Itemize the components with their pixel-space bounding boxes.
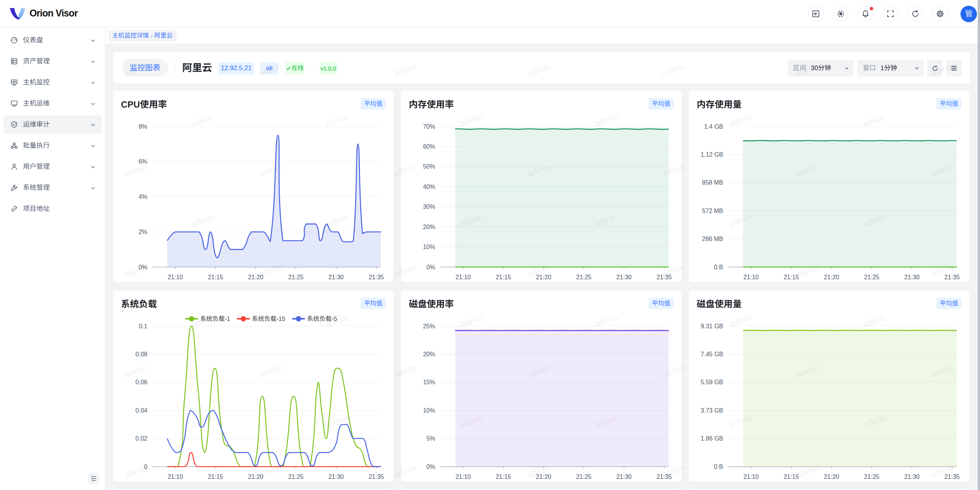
svg-text:8%: 8%: [139, 123, 147, 130]
svg-text:21:20: 21:20: [248, 474, 263, 480]
svg-text:70%: 70%: [423, 123, 435, 130]
svg-text:21:10: 21:10: [168, 474, 183, 480]
svg-text:21:35: 21:35: [369, 474, 384, 480]
svg-text:50%: 50%: [423, 163, 435, 170]
svg-text:0%: 0%: [139, 264, 147, 270]
svg-text:15%: 15%: [423, 379, 435, 385]
svg-text:286 MB: 286 MB: [702, 236, 723, 242]
svg-text:0 B: 0 B: [714, 464, 723, 470]
svg-text:6%: 6%: [139, 158, 147, 165]
svg-text:21:10: 21:10: [456, 274, 471, 280]
svg-text:21:10: 21:10: [456, 474, 471, 480]
svg-text:21:35: 21:35: [944, 274, 960, 280]
svg-text:0.1: 0.1: [139, 323, 147, 329]
svg-text:21:20: 21:20: [536, 474, 551, 480]
svg-text:25%: 25%: [423, 323, 435, 329]
svg-text:21:35: 21:35: [944, 474, 960, 480]
svg-text:21:30: 21:30: [328, 474, 344, 480]
svg-text:21:30: 21:30: [904, 474, 920, 480]
svg-text:21:25: 21:25: [576, 274, 591, 280]
svg-text:21:20: 21:20: [536, 274, 551, 280]
svg-text:1.86 GB: 1.86 GB: [701, 435, 723, 442]
svg-text:21:25: 21:25: [576, 474, 591, 480]
svg-text:0 B: 0 B: [714, 264, 723, 270]
svg-text:5%: 5%: [426, 435, 435, 442]
svg-text:21:25: 21:25: [864, 474, 879, 480]
svg-text:20%: 20%: [423, 351, 435, 357]
svg-text:60%: 60%: [423, 143, 435, 150]
svg-text:7.45 GB: 7.45 GB: [701, 351, 723, 357]
svg-text:0.08: 0.08: [136, 351, 147, 357]
svg-text:21:30: 21:30: [328, 274, 344, 280]
svg-text:3.73 GB: 3.73 GB: [701, 407, 723, 414]
svg-text:21:35: 21:35: [657, 474, 672, 480]
svg-text:21:30: 21:30: [616, 474, 632, 480]
svg-text:21:35: 21:35: [657, 274, 672, 280]
svg-text:21:15: 21:15: [496, 474, 511, 480]
svg-text:4%: 4%: [139, 193, 147, 200]
svg-text:858 MB: 858 MB: [702, 179, 723, 186]
svg-text:21:20: 21:20: [248, 274, 263, 280]
svg-text:21:10: 21:10: [743, 274, 759, 280]
svg-text:9.31 GB: 9.31 GB: [701, 323, 723, 329]
svg-text:21:30: 21:30: [616, 274, 632, 280]
svg-text:0.06: 0.06: [136, 379, 147, 385]
svg-text:0%: 0%: [426, 264, 435, 270]
svg-text:21:15: 21:15: [208, 274, 223, 280]
svg-text:20%: 20%: [423, 224, 435, 230]
svg-text:0.04: 0.04: [136, 407, 147, 414]
svg-text:21:25: 21:25: [288, 274, 304, 280]
svg-text:21:35: 21:35: [369, 274, 384, 280]
svg-text:572 MB: 572 MB: [702, 208, 723, 214]
svg-text:2%: 2%: [139, 229, 147, 235]
svg-text:40%: 40%: [423, 184, 435, 190]
svg-text:21:15: 21:15: [208, 474, 223, 480]
svg-text:21:10: 21:10: [168, 274, 183, 280]
svg-text:21:15: 21:15: [784, 474, 799, 480]
svg-text:10%: 10%: [423, 244, 435, 250]
svg-text:21:15: 21:15: [784, 274, 799, 280]
svg-text:21:15: 21:15: [496, 274, 511, 280]
svg-text:30%: 30%: [423, 203, 435, 210]
svg-text:1.12 GB: 1.12 GB: [701, 151, 723, 158]
svg-text:21:25: 21:25: [864, 274, 879, 280]
svg-text:21:25: 21:25: [288, 474, 304, 480]
svg-text:5.59 GB: 5.59 GB: [701, 379, 723, 385]
svg-text:21:20: 21:20: [824, 274, 839, 280]
svg-text:10%: 10%: [423, 407, 435, 414]
svg-text:21:30: 21:30: [904, 274, 920, 280]
svg-text:21:20: 21:20: [824, 474, 839, 480]
svg-text:0.02: 0.02: [136, 435, 147, 442]
svg-text:1.4 GB: 1.4 GB: [704, 123, 723, 130]
svg-text:21:10: 21:10: [743, 474, 759, 480]
svg-text:0%: 0%: [426, 464, 435, 470]
svg-text:0: 0: [144, 464, 147, 470]
